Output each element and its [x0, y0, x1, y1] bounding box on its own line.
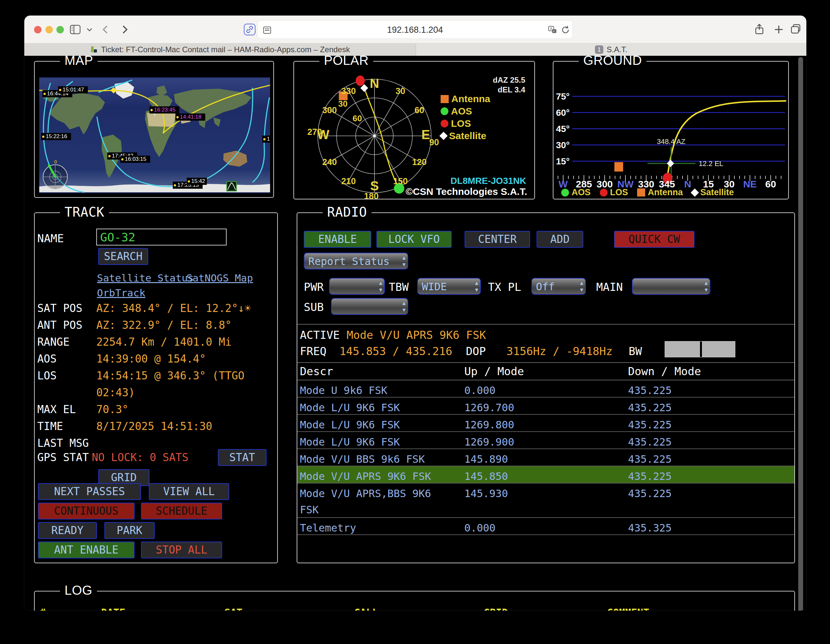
dop-value: 3156Hz / -9418Hz — [507, 345, 613, 358]
svg-text:45°: 45° — [556, 124, 570, 134]
url-field[interactable]: 192.168.1.204 Ax — [257, 20, 573, 39]
browser-toolbar: 192.168.1.204 Ax — [24, 16, 806, 43]
freq-row[interactable]: Mode L/U 9K6 FSK1269.700435.225 — [297, 398, 794, 415]
page-content: MAP — [24, 56, 806, 611]
tab-overview-icon[interactable] — [789, 23, 802, 36]
track-row-max-el: MAX EL70.3° — [37, 401, 272, 418]
select-arrows-icon: ▲▼ — [580, 279, 583, 293]
next-passes-button[interactable]: NEXT PASSES — [38, 483, 141, 500]
svg-text:90: 90 — [429, 138, 439, 147]
reload-icon[interactable] — [560, 25, 571, 35]
schedule-button[interactable]: SCHEDULE — [141, 503, 222, 519]
pwr-select[interactable]: ▲▼ — [329, 278, 385, 295]
freq-row[interactable]: Mode V/U BBS 9k6 FSK145.890435.225 — [297, 449, 794, 466]
translate-icon[interactable]: Ax — [548, 25, 558, 35]
satnogs-map-link[interactable]: SatNOGS Map — [187, 272, 253, 284]
stat-button[interactable]: STAT — [218, 449, 266, 466]
sub-select[interactable]: ▲▼ — [331, 298, 408, 315]
search-button[interactable]: SEARCH — [98, 248, 148, 265]
chevron-down-icon[interactable] — [85, 25, 94, 34]
freq-row[interactable]: Mode L/U 9K6 FSK1269.800435.225 — [297, 415, 794, 432]
track-row-sat-pos: SAT POSAZ: 348.4° / EL: 12.2°↓☀ — [37, 300, 272, 317]
quick-cw-button[interactable]: QUICK CW — [614, 231, 694, 248]
legend-antenna: Antenna — [440, 93, 490, 105]
tbw-select[interactable]: WIDE ▲▼ — [417, 278, 481, 295]
tab-zendesk[interactable]: Ticket: FT-Control-Mac Contact mail – HA… — [24, 43, 416, 56]
freq-row[interactable]: Mode V/U APRS,BBS 9K6 FSK145.930435.225 — [297, 484, 794, 518]
view-all-button[interactable]: VIEW ALL — [149, 483, 229, 500]
add-button[interactable]: ADD — [537, 231, 583, 248]
track-row-time: TIME8/17/2025 14:51:30 — [37, 418, 272, 435]
bw-slider-handle[interactable] — [700, 341, 702, 357]
enable-button[interactable]: ENABLE — [304, 231, 371, 248]
select-arrows-icon: ▲▼ — [475, 279, 478, 293]
ready-button[interactable]: READY — [38, 522, 97, 539]
svg-text:15°: 15° — [556, 156, 570, 167]
svg-text:210: 210 — [341, 176, 356, 186]
stop-all-button[interactable]: STOP ALL — [141, 541, 222, 558]
svg-text:A: A — [550, 27, 553, 30]
bw-slider[interactable] — [665, 341, 735, 357]
svg-text:E: E — [421, 127, 430, 142]
freq-value: 145.853 / 435.216 — [339, 345, 452, 358]
svg-text:N: N — [370, 76, 379, 90]
fullscreen-button[interactable] — [56, 26, 64, 33]
txpl-select[interactable]: Off ▲▼ — [531, 278, 586, 295]
log-panel-title: LOG — [60, 583, 97, 598]
ground-panel: GROUND 348.4 AZ 12.2 EL 75°60°45°30°15° … — [553, 61, 789, 200]
col-descr: Descr — [300, 365, 333, 378]
report-status-select[interactable]: Report Status ▲▼ — [304, 252, 408, 270]
zendesk-favicon — [90, 45, 98, 54]
svg-text:60°: 60° — [556, 108, 570, 118]
link-icon[interactable] — [244, 24, 255, 35]
world-map: 0 16:44:1415:01:4716:23:4514:41:1815:22:… — [39, 77, 270, 193]
freq-row-active[interactable]: Mode V/U APRS 9K6 FSK145.850435.225 — [297, 466, 794, 484]
sidebar-icon[interactable] — [69, 23, 81, 36]
freq-row[interactable]: Mode U 9k6 FSK0.000435.225 — [297, 381, 794, 398]
track-panel: TRACK NAME GO-32 SEARCH Satellite Status… — [34, 213, 278, 563]
select-arrows-icon: ▲▼ — [402, 254, 405, 268]
forward-button[interactable] — [118, 23, 131, 36]
orbtrack-link[interactable]: OrbTrack — [97, 287, 145, 299]
bw-label: BW — [629, 345, 642, 358]
gps-stat-value: NO LOCK: 0 SATS — [92, 449, 188, 466]
satellite-icon — [439, 132, 447, 140]
satellite-name-input[interactable]: GO-32 — [96, 228, 227, 246]
ant-enable-button[interactable]: ANT ENABLE — [38, 541, 135, 558]
new-tab-icon[interactable] — [773, 23, 785, 36]
svg-text:270: 270 — [307, 127, 322, 137]
center-button[interactable]: CENTER — [465, 231, 530, 248]
track-panel-title: TRACK — [60, 205, 109, 219]
freq-row[interactable]: Telemetry0.000435.325 — [297, 518, 794, 535]
map-time-label: 16:03:15 — [120, 155, 150, 163]
polar-panel-title: POLAR — [319, 56, 373, 68]
continuous-button[interactable]: CONTINUOUS — [38, 503, 135, 519]
legend-aos: AOS — [561, 187, 591, 197]
close-button[interactable] — [34, 26, 41, 33]
callsign-grid: DL8MRE-JO31NK — [451, 176, 526, 186]
radio-panel: RADIO ENABLELOCK VFOCENTERADDQUICK CW Re… — [297, 213, 795, 563]
map-time-label: 16:23:45 — [149, 106, 179, 114]
antenna-marker-icon — [615, 162, 623, 171]
svg-text:75°: 75° — [556, 92, 570, 102]
lock-vfo-button[interactable]: LOCK VFO — [376, 231, 451, 248]
log-col-grid: GRID — [484, 606, 508, 611]
tab-sat[interactable]: 1 S.A.T. — [416, 43, 806, 56]
main-select[interactable]: ▲▼ — [632, 278, 710, 295]
minimize-button[interactable] — [45, 26, 53, 33]
park-button[interactable]: PARK — [105, 522, 155, 539]
los-icon — [440, 120, 448, 127]
satellite-icon — [691, 189, 699, 197]
dop-label: DOP — [466, 345, 486, 358]
scrollbar[interactable] — [798, 57, 803, 611]
sub-label: SUB — [304, 301, 323, 314]
map-time-label: 15:01:47 — [58, 86, 88, 94]
share-icon[interactable] — [753, 23, 765, 36]
freq-row[interactable]: Mode L/U 9K6 FSK1269.900435.225 — [297, 432, 794, 449]
svg-text:348.4 AZ: 348.4 AZ — [657, 138, 686, 146]
satellite-status-link[interactable]: Satellite Status — [97, 272, 194, 284]
tbw-label: TBW — [389, 281, 409, 293]
back-button[interactable] — [100, 23, 112, 36]
log-col-sat: SAT — [224, 606, 242, 611]
ground-legend: AOSLOSAntennaSatellite — [561, 187, 734, 197]
